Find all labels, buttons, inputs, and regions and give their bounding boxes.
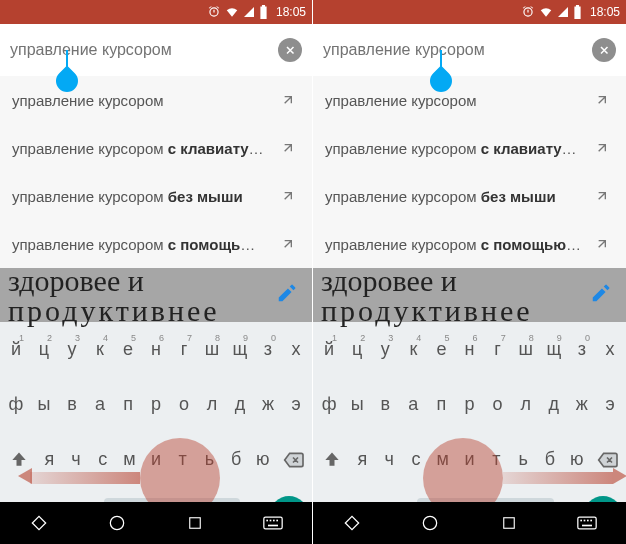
insert-suggestion-icon[interactable] xyxy=(590,88,614,112)
letter-key[interactable]: ь xyxy=(196,441,223,478)
suggestion-item[interactable]: управление курсором без мыши xyxy=(0,172,312,220)
letter-key[interactable]: ю xyxy=(563,441,590,478)
letter-key[interactable]: о xyxy=(170,386,198,423)
letter-key[interactable]: м xyxy=(116,441,143,478)
home-button[interactable] xyxy=(97,503,137,543)
recents-button[interactable] xyxy=(175,503,215,543)
text-cursor-handle[interactable] xyxy=(430,70,452,92)
letter-key[interactable]: к4 xyxy=(399,331,427,368)
letter-key[interactable]: г7 xyxy=(170,331,198,368)
suggestion-item[interactable]: управление курсором без мыши xyxy=(313,172,626,220)
letter-key[interactable]: ш8 xyxy=(512,331,540,368)
letter-key[interactable]: ж xyxy=(254,386,282,423)
letter-key[interactable]: л xyxy=(198,386,226,423)
letter-key[interactable]: ч xyxy=(376,441,403,478)
letter-key[interactable]: н6 xyxy=(142,331,170,368)
letter-key[interactable]: т xyxy=(483,441,510,478)
letter-key[interactable]: х xyxy=(596,331,624,368)
letter-key[interactable]: ч xyxy=(63,441,90,478)
letter-key[interactable]: с xyxy=(89,441,116,478)
letter-key[interactable]: м xyxy=(429,441,456,478)
letter-key[interactable]: ф xyxy=(315,386,343,423)
letter-key[interactable]: х xyxy=(282,331,310,368)
letter-key[interactable]: й1 xyxy=(315,331,343,368)
insert-suggestion-icon[interactable] xyxy=(276,184,300,208)
letter-key[interactable]: я xyxy=(36,441,63,478)
recents-button[interactable] xyxy=(489,503,529,543)
letter-key[interactable]: е5 xyxy=(114,331,142,368)
letter-key[interactable]: к4 xyxy=(86,331,114,368)
letter-key[interactable]: в xyxy=(58,386,86,423)
letter-key[interactable]: б xyxy=(536,441,563,478)
letter-key[interactable]: д xyxy=(226,386,254,423)
letter-key[interactable]: р xyxy=(142,386,170,423)
letter-key[interactable]: ж xyxy=(568,386,596,423)
letter-key[interactable]: э xyxy=(282,386,310,423)
insert-suggestion-icon[interactable] xyxy=(590,136,614,160)
letter-key[interactable]: у3 xyxy=(58,331,86,368)
signal-icon xyxy=(557,6,569,18)
letter-key[interactable]: и xyxy=(456,441,483,478)
back-button[interactable] xyxy=(19,503,59,543)
suggestion-item[interactable]: управление курсором с помощью веб ка xyxy=(0,220,312,268)
insert-suggestion-icon[interactable] xyxy=(276,88,300,112)
letter-key[interactable]: ш8 xyxy=(198,331,226,368)
search-query[interactable]: управление курсором xyxy=(10,41,278,59)
letter-key[interactable]: т xyxy=(169,441,196,478)
letter-key[interactable]: ц2 xyxy=(30,331,58,368)
clear-search-button[interactable] xyxy=(278,38,302,62)
insert-suggestion-icon[interactable] xyxy=(590,184,614,208)
insert-suggestion-icon[interactable] xyxy=(590,232,614,256)
letter-key[interactable]: д xyxy=(540,386,568,423)
suggestion-item[interactable]: управление курсором с клавиатуры xyxy=(0,124,312,172)
backspace-key[interactable] xyxy=(276,443,310,477)
letter-key[interactable]: ю xyxy=(249,441,276,478)
letter-key[interactable]: ф xyxy=(2,386,30,423)
home-button[interactable] xyxy=(410,503,450,543)
letter-key[interactable]: е5 xyxy=(427,331,455,368)
letter-key[interactable]: ц2 xyxy=(343,331,371,368)
signal-icon xyxy=(243,6,255,18)
letter-key[interactable]: п xyxy=(114,386,142,423)
shift-key[interactable] xyxy=(2,443,36,477)
letter-key[interactable]: г7 xyxy=(484,331,512,368)
letter-key[interactable]: ы xyxy=(343,386,371,423)
suggestion-item[interactable]: управление курсором с клавиатуры xyxy=(313,124,626,172)
letter-key[interactable]: ы xyxy=(30,386,58,423)
letter-key[interactable]: и xyxy=(143,441,170,478)
letter-key[interactable]: б xyxy=(223,441,250,478)
text-cursor-handle[interactable] xyxy=(56,70,78,92)
letter-key[interactable]: в xyxy=(371,386,399,423)
insert-suggestion-icon[interactable] xyxy=(276,136,300,160)
letter-key[interactable]: о xyxy=(484,386,512,423)
suggestion-item[interactable]: управление курсором xyxy=(0,76,312,124)
letter-key[interactable]: з0 xyxy=(568,331,596,368)
clear-search-button[interactable] xyxy=(592,38,616,62)
letter-key[interactable]: л xyxy=(512,386,540,423)
suggestion-item[interactable]: управление курсором xyxy=(313,76,626,124)
backspace-key[interactable] xyxy=(590,443,624,477)
letter-key[interactable]: я xyxy=(349,441,376,478)
shift-key[interactable] xyxy=(315,443,349,477)
keyboard-switcher-button[interactable] xyxy=(253,503,293,543)
search-query[interactable]: управление курсором xyxy=(323,41,592,59)
letter-key[interactable]: ь xyxy=(510,441,537,478)
search-bar[interactable]: управление курсором xyxy=(0,24,312,76)
search-bar[interactable]: управление курсором xyxy=(313,24,626,76)
letter-key[interactable]: а xyxy=(399,386,427,423)
letter-key[interactable]: щ9 xyxy=(540,331,568,368)
letter-key[interactable]: у3 xyxy=(371,331,399,368)
back-button[interactable] xyxy=(332,503,372,543)
insert-suggestion-icon[interactable] xyxy=(276,232,300,256)
letter-key[interactable]: н6 xyxy=(455,331,483,368)
letter-key[interactable]: й1 xyxy=(2,331,30,368)
letter-key[interactable]: с xyxy=(403,441,430,478)
letter-key[interactable]: п xyxy=(427,386,455,423)
letter-key[interactable]: з0 xyxy=(254,331,282,368)
suggestion-item[interactable]: управление курсором с помощью веб ка xyxy=(313,220,626,268)
letter-key[interactable]: э xyxy=(596,386,624,423)
letter-key[interactable]: р xyxy=(455,386,483,423)
keyboard-switcher-button[interactable] xyxy=(567,503,607,543)
letter-key[interactable]: а xyxy=(86,386,114,423)
letter-key[interactable]: щ9 xyxy=(226,331,254,368)
